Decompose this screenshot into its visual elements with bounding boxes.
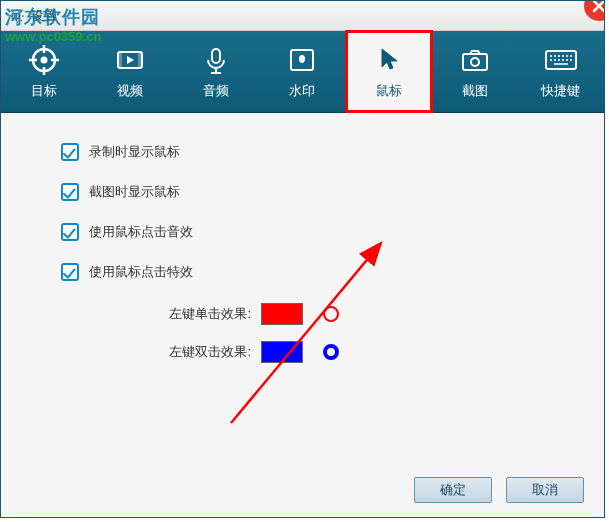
double-click-color-swatch[interactable] <box>261 341 303 363</box>
content-panel: 录制时显示鼠标 截图时显示鼠标 使用鼠标点击音效 使用鼠标点击特效 左键单击效果… <box>1 113 604 453</box>
checkbox-show-cursor-shot[interactable]: 截图时显示鼠标 <box>61 183 544 201</box>
target-icon <box>29 44 59 76</box>
window-title: 设置 <box>31 7 57 25</box>
svg-point-2 <box>41 56 48 63</box>
svg-point-0 <box>15 13 20 18</box>
titlebar: 设置 <box>1 1 604 31</box>
checkbox-icon <box>61 143 79 161</box>
checkbox-click-sound[interactable]: 使用鼠标点击音效 <box>61 223 544 241</box>
gear-icon <box>9 8 25 24</box>
tab-screenshot[interactable]: 截图 <box>432 31 518 112</box>
checkbox-show-cursor-record[interactable]: 录制时显示鼠标 <box>61 143 544 161</box>
tab-bar: 目标 视频 音频 水印 鼠标 截图 快捷键 <box>1 31 604 113</box>
svg-rect-4 <box>118 52 122 68</box>
audio-icon <box>201 44 231 76</box>
tab-watermark[interactable]: 水印 <box>259 31 345 112</box>
checkbox-icon <box>61 223 79 241</box>
settings-window: 设置 河东软件园 www.pc0359.cn 目标 视频 音频 水印 鼠标 截图 <box>0 0 605 518</box>
footer-buttons: 确定 取消 <box>414 477 584 503</box>
checkbox-icon <box>61 183 79 201</box>
tab-video[interactable]: 视频 <box>87 31 173 112</box>
watermark-icon <box>287 44 317 76</box>
mouse-icon <box>374 44 404 76</box>
tab-mouse[interactable]: 鼠标 <box>346 31 432 112</box>
single-click-color-swatch[interactable] <box>261 303 303 325</box>
screenshot-icon <box>460 44 490 76</box>
svg-point-9 <box>471 58 479 66</box>
checkbox-click-effect[interactable]: 使用鼠标点击特效 <box>61 263 544 281</box>
tab-hotkey[interactable]: 快捷键 <box>518 31 604 112</box>
double-click-preview-icon <box>323 344 339 360</box>
cancel-button[interactable]: 取消 <box>506 477 584 503</box>
double-click-effect-row: 左键双击效果: <box>151 341 544 363</box>
svg-rect-6 <box>212 49 220 63</box>
ok-button[interactable]: 确定 <box>414 477 492 503</box>
keyboard-icon <box>545 44 577 76</box>
svg-rect-5 <box>138 52 142 68</box>
checkbox-icon <box>61 263 79 281</box>
svg-rect-8 <box>463 54 487 70</box>
video-icon <box>115 44 145 76</box>
tab-audio[interactable]: 音频 <box>173 31 259 112</box>
tab-target[interactable]: 目标 <box>1 31 87 112</box>
single-click-effect-row: 左键单击效果: <box>151 303 544 325</box>
single-click-preview-icon <box>323 306 339 322</box>
